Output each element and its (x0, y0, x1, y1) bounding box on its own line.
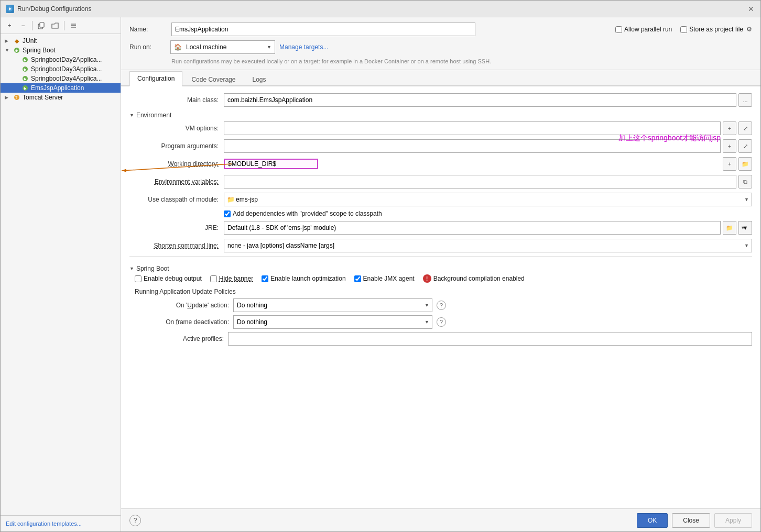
update-action-label-u: U (187, 302, 192, 309)
annotation-text: 加上这个springboot才能访问jsp (618, 134, 721, 142)
springbootday3-icon (21, 65, 29, 73)
hide-banner-check[interactable] (210, 275, 217, 282)
enable-launch-check[interactable] (262, 275, 268, 282)
springbootday2-icon (21, 56, 29, 63)
sidebar-item-tomcat[interactable]: ▶ T Tomcat Server (1, 93, 121, 102)
hint-text: Run configurations may be executed local… (129, 58, 752, 64)
add-deps-checkbox[interactable] (224, 210, 231, 217)
tab-configuration[interactable]: Configuration (129, 71, 182, 86)
close-button[interactable]: Close (672, 513, 710, 528)
enable-launch-checkbox[interactable]: Enable launch optimization (262, 275, 345, 282)
vm-expand-button[interactable]: + (723, 121, 736, 135)
title-bar: Run/Debug Configurations ✕ (1, 1, 760, 17)
main-class-label: Main class: (129, 96, 224, 104)
enable-jmx-check[interactable] (354, 275, 361, 282)
frame-deactivation-help-icon[interactable]: ? (437, 317, 446, 327)
sidebar-item-junit[interactable]: ▶ ◆ JUnit (1, 36, 121, 46)
update-action-select[interactable]: Do nothing (233, 298, 432, 312)
edit-templates-link[interactable]: Edit configuration templates... (6, 520, 82, 527)
copy-config-button[interactable] (36, 20, 47, 31)
shorten-cmd-row: Shorten command line: none - java [optio… (129, 238, 752, 253)
sidebar-item-springbootday4-label: SpringbootDay4Applica... (31, 75, 102, 82)
springbootday4-icon (21, 75, 29, 82)
remove-config-button[interactable]: − (17, 20, 29, 31)
enable-debug-checkbox[interactable]: Enable debug output (135, 275, 202, 282)
args-fullscreen-button[interactable]: ⤢ (738, 139, 752, 153)
config-content: Main class: ... ▼ Environment VM options… (121, 86, 760, 508)
args-expand-button[interactable]: + (723, 139, 736, 153)
name-input[interactable] (171, 23, 475, 36)
main-class-input[interactable] (224, 93, 736, 107)
env-vars-copy-button[interactable]: ⧉ (738, 175, 752, 189)
working-dir-browse-button[interactable]: 📁 (738, 157, 752, 171)
sidebar-bottom: Edit configuration templates... (1, 515, 121, 531)
tab-logs[interactable]: Logs (244, 72, 274, 86)
annotation-arrow-svg (121, 161, 234, 177)
sidebar-item-springbootday4[interactable]: ▶ SpringbootDay4Applica... (1, 74, 121, 83)
working-dir-highlight (224, 159, 318, 169)
hide-banner-checkbox[interactable]: Hide banner (210, 275, 253, 282)
run-on-label: Run on: (129, 43, 166, 51)
jre-browse-button[interactable]: 📁 (723, 221, 736, 235)
classpath-row: Use classpath of module: 📁 ems-jsp ▼ (129, 192, 752, 207)
svg-point-7 (14, 48, 19, 53)
env-vars-input[interactable] (224, 175, 736, 189)
folder-button[interactable] (49, 20, 61, 31)
bottom-buttons: OK Close Apply (637, 513, 752, 528)
sidebar-item-springbootday3[interactable]: ▶ SpringbootDay3Applica... (1, 64, 121, 74)
sidebar-item-springbootday2[interactable]: ▶ SpringbootDay2Applica... (1, 55, 121, 64)
frame-deactivation-select[interactable]: Do nothing (233, 315, 432, 329)
jre-label: JRE: (129, 224, 224, 231)
help-button[interactable]: ? (129, 515, 141, 526)
jre-row: JRE: Default (1.8 - SDK of 'ems-jsp' mod… (129, 220, 752, 235)
tab-code-coverage[interactable]: Code Coverage (183, 72, 243, 86)
enable-launch-label: Enable launch optimization (270, 275, 345, 282)
sort-button[interactable] (68, 20, 79, 31)
sidebar-item-spring-boot[interactable]: ▼ Spring Boot (1, 46, 121, 55)
svg-point-9 (23, 66, 28, 72)
svg-point-11 (23, 85, 28, 91)
jre-select[interactable]: Default (1.8 - SDK of 'ems-jsp' module) (224, 221, 721, 235)
shorten-cmd-label: Shorten command line: (129, 242, 224, 249)
allow-parallel-check[interactable] (615, 26, 622, 33)
manage-targets-link[interactable]: Manage targets... (279, 43, 328, 51)
apply-button[interactable]: Apply (714, 513, 752, 528)
vm-options-label: VM options: (129, 125, 224, 132)
environment-section-title: Environment (136, 112, 171, 119)
add-config-button[interactable]: + (4, 20, 15, 31)
spring-boot-section-header[interactable]: ▼ Spring Boot (129, 265, 752, 272)
update-action-help-icon[interactable]: ? (437, 301, 446, 310)
store-project-check[interactable] (680, 26, 687, 33)
working-dir-input[interactable] (228, 160, 312, 168)
allow-parallel-checkbox[interactable]: Allow parallel run (615, 26, 672, 33)
sidebar-item-springbootday3-label: SpringbootDay3Applica... (31, 65, 102, 73)
shorten-cmd-select[interactable]: none - java [options] className [args] (224, 239, 752, 252)
hide-banner-label: Hide banner (219, 275, 253, 282)
working-dir-add-button[interactable]: + (723, 157, 736, 171)
classpath-select[interactable]: ems-jsp (224, 193, 752, 206)
add-deps-label[interactable]: Add dependencies with "provided" scope t… (224, 210, 382, 217)
environment-section-header[interactable]: ▼ Environment (129, 112, 752, 119)
classpath-label: Use classpath of module: (129, 196, 224, 203)
run-on-select[interactable]: 🏠 Local machine ▼ (170, 40, 275, 54)
close-window-button[interactable]: ✕ (747, 5, 755, 13)
active-profiles-input[interactable] (228, 332, 752, 346)
enable-debug-check[interactable] (135, 275, 142, 282)
tomcat-icon: T (13, 94, 20, 101)
add-deps-row: Add dependencies with "provided" scope t… (129, 210, 752, 217)
background-error-icon: ! (423, 274, 431, 283)
dropdown-arrow: ▼ (267, 45, 271, 50)
sidebar-item-emsjsp[interactable]: ▶ EmsJspApplication (1, 83, 121, 93)
store-project-checkbox[interactable]: Store as project file ⚙ (680, 26, 752, 33)
jre-dropdown-button[interactable]: ▼ (738, 221, 752, 235)
update-policies-title: Running Application Update Policies (135, 288, 752, 295)
main-class-browse-button[interactable]: ... (738, 93, 752, 107)
emsjsp-icon (21, 84, 29, 92)
name-label: Name: (129, 26, 166, 33)
program-args-row: Program arguments: + ⤢ 加上这个springboot才能访… (129, 139, 752, 153)
enable-jmx-checkbox[interactable]: Enable JMX agent (354, 275, 415, 282)
ok-button[interactable]: OK (637, 513, 668, 528)
vm-fullscreen-button[interactable]: ⤢ (738, 121, 752, 135)
run-on-row: Run on: 🏠 Local machine ▼ Manage targets… (129, 40, 752, 54)
header-top: Name: Allow parallel run Store as projec… (129, 23, 752, 36)
